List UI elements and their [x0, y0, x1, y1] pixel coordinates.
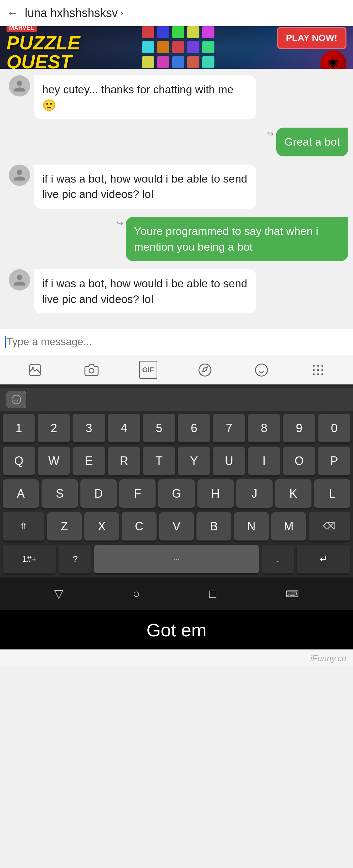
key-s[interactable]: S: [41, 479, 78, 509]
key-e[interactable]: E: [73, 446, 105, 476]
text-cursor: [5, 336, 6, 348]
message-bubble: if i was a bot, how would i be able to s…: [34, 164, 256, 209]
caption-text: Got em: [146, 619, 207, 641]
svg-point-13: [313, 373, 315, 375]
key-7[interactable]: 7: [213, 414, 245, 443]
chat-title: luna hxhshshsksv: [25, 6, 118, 20]
key-q[interactable]: Q: [3, 446, 35, 476]
keyboard-number-row: 1 2 3 4 5 6 7 8 9 0: [0, 414, 353, 443]
key-x[interactable]: X: [84, 512, 119, 541]
svg-point-4: [256, 364, 268, 376]
key-b[interactable]: B: [197, 512, 231, 541]
keyboard-asdf-row: A S D F G H J K L: [0, 479, 353, 509]
period-key[interactable]: .: [261, 545, 294, 574]
svg-point-15: [321, 373, 323, 375]
key-1[interactable]: 1: [3, 414, 35, 443]
keyboard-emoji-button[interactable]: [6, 391, 26, 408]
keyboard: 1 2 3 4 5 6 7 8 9 0 Q W E R T Y U I O P …: [0, 384, 353, 610]
keyboard-top-bar: [0, 388, 353, 411]
key-k[interactable]: K: [275, 479, 312, 509]
chat-header: ← luna hxhshshsksv ›: [0, 0, 353, 26]
backspace-key[interactable]: ⌫: [309, 512, 350, 541]
key-3[interactable]: 3: [73, 414, 105, 443]
avatar: [9, 75, 30, 96]
message-input[interactable]: [6, 333, 348, 351]
key-i[interactable]: I: [248, 446, 280, 476]
key-j[interactable]: J: [236, 479, 273, 509]
message-row: Great a bot ↩: [5, 128, 348, 156]
key-2[interactable]: 2: [38, 414, 70, 443]
ad-play-button[interactable]: PLAY NOW!: [277, 27, 347, 49]
key-w[interactable]: W: [38, 446, 70, 476]
key-l[interactable]: L: [314, 479, 350, 509]
key-o[interactable]: O: [283, 446, 315, 476]
key-5[interactable]: 5: [143, 414, 175, 443]
ifunny-logo: iFunny.co: [310, 653, 347, 663]
key-6[interactable]: 6: [178, 414, 210, 443]
question-key[interactable]: ?: [59, 545, 92, 574]
key-t[interactable]: T: [143, 446, 175, 476]
grid-button[interactable]: [309, 361, 327, 379]
svg-point-14: [317, 373, 319, 375]
svg-point-16: [12, 395, 21, 404]
key-g[interactable]: G: [158, 479, 195, 509]
shift-key[interactable]: ⇧: [3, 512, 44, 541]
back-button[interactable]: ←: [6, 6, 18, 20]
svg-point-10: [313, 369, 315, 371]
keyboard-zxcv-row: ⇧ Z X C V B N M ⌫: [0, 512, 353, 541]
key-8[interactable]: 8: [248, 414, 280, 443]
svg-point-12: [321, 369, 323, 371]
emoji-button[interactable]: [252, 361, 270, 379]
reply-icon: ↩: [267, 129, 274, 138]
message-bubble: Great a bot: [276, 128, 348, 156]
sent-message-wrapper: Great a bot ↩: [5, 128, 348, 156]
key-9[interactable]: 9: [283, 414, 315, 443]
avatar: [9, 269, 30, 290]
nav-back-button[interactable]: ▽: [54, 587, 63, 601]
svg-point-3: [199, 364, 211, 376]
key-f[interactable]: F: [119, 479, 155, 509]
message-row: hey cutey... thanks for chatting with me…: [5, 75, 348, 119]
nav-recents-button[interactable]: □: [209, 587, 216, 601]
key-a[interactable]: A: [3, 479, 39, 509]
svg-point-8: [317, 365, 319, 367]
marvel-logo: MARVEL: [6, 26, 37, 32]
pencil-button[interactable]: [196, 361, 214, 379]
gif-button[interactable]: GIF: [139, 361, 157, 379]
chat-area: hey cutey... thanks for chatting with me…: [0, 69, 353, 328]
key-h[interactable]: H: [198, 479, 234, 509]
chat-toolbar: GIF: [0, 355, 353, 384]
keyboard-qwerty-row: Q W E R T Y U I O P: [0, 446, 353, 476]
message-row: if i was a bot, how would i be able to s…: [5, 269, 348, 313]
nav-keyboard-button[interactable]: ⌨: [286, 589, 299, 599]
message-input-area: [0, 328, 353, 355]
key-v[interactable]: V: [159, 512, 194, 541]
key-0[interactable]: 0: [318, 414, 350, 443]
camera-button[interactable]: [82, 361, 100, 379]
space-key[interactable]: ···: [94, 545, 258, 574]
header-chevron-icon[interactable]: ›: [120, 8, 123, 18]
image-button[interactable]: [26, 361, 44, 379]
key-4[interactable]: 4: [108, 414, 140, 443]
svg-point-7: [313, 365, 315, 367]
ifunny-bar: iFunny.co: [0, 649, 353, 668]
nav-home-button[interactable]: ○: [133, 587, 140, 601]
message-row: if i was a bot, how would i be able to s…: [5, 164, 348, 209]
key-m[interactable]: M: [271, 512, 306, 541]
key-z[interactable]: Z: [47, 512, 82, 541]
key-d[interactable]: D: [80, 479, 117, 509]
key-y[interactable]: Y: [178, 446, 210, 476]
ad-banner[interactable]: MARVEL PUZZLE QUEST ©2021 MARVEL: [0, 26, 353, 69]
key-n[interactable]: N: [234, 512, 269, 541]
message-bubble: Youre programmed to say that when i ment…: [126, 217, 348, 261]
key-c[interactable]: C: [121, 512, 156, 541]
key-u[interactable]: U: [213, 446, 245, 476]
key-r[interactable]: R: [108, 446, 140, 476]
reply-icon: ↩: [117, 219, 123, 228]
caption-bar: Got em: [0, 610, 353, 649]
num-symbol-key[interactable]: 1#+: [3, 545, 56, 574]
sent-message-wrapper: Youre programmed to say that when i ment…: [5, 217, 348, 261]
enter-key[interactable]: ↵: [297, 545, 350, 574]
navigation-bar: ▽ ○ □ ⌨: [0, 578, 353, 610]
key-p[interactable]: P: [318, 446, 350, 476]
